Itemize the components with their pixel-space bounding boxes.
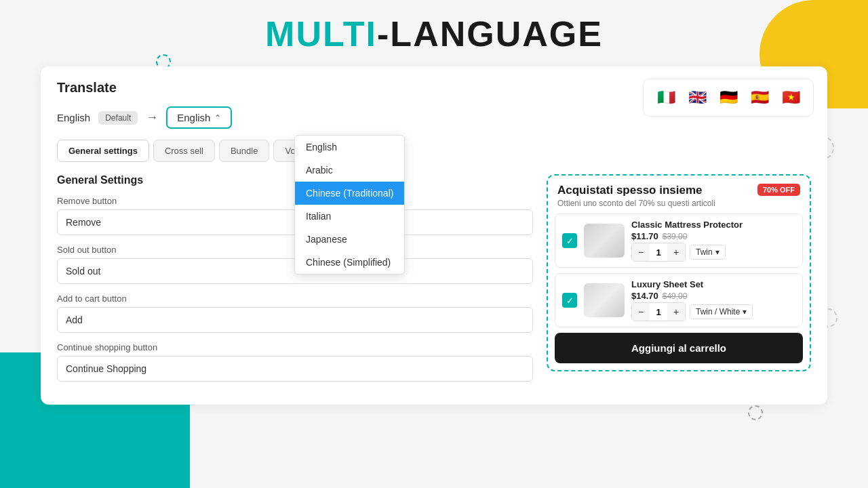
widget-header-text: Acquistati spesso insieme Ottieni uno sc… bbox=[557, 184, 715, 208]
add-to-cart-label: Add to cart button bbox=[57, 293, 533, 304]
selected-language-label: English bbox=[177, 112, 210, 123]
dropdown-item-chinese-traditional[interactable]: Chinese (Traditional) bbox=[295, 182, 404, 205]
main-content: General Settings Remove button Sold out … bbox=[57, 174, 811, 391]
tab-general-settings[interactable]: General settings bbox=[57, 140, 149, 162]
tab-cross-sell[interactable]: Cross sell bbox=[153, 140, 215, 162]
add-to-cart-field: Add to cart button bbox=[57, 293, 533, 333]
quantity-increase-1[interactable]: + bbox=[667, 243, 685, 261]
product-list: ✓ Classic Mattress Protector $11.70 $39.… bbox=[548, 214, 810, 327]
variant-chevron-icon: ▾ bbox=[715, 247, 719, 257]
chevron-down-icon: ⌃ bbox=[214, 113, 221, 123]
quantity-control-2: − 1 + bbox=[631, 302, 686, 321]
widget-header: Acquistati spesso insieme Ottieni uno sc… bbox=[548, 176, 810, 214]
default-badge: Default bbox=[98, 111, 138, 125]
product-info-1: Classic Mattress Protector $11.70 $39.00… bbox=[631, 220, 795, 262]
tabs-row: General settings Cross sell Bundle Volum… bbox=[57, 140, 811, 162]
translate-card: Translate 🇮🇹 🇬🇧 🇩🇪 🇪🇸 🇻🇳 English Default… bbox=[41, 66, 827, 405]
dropdown-item-chinese-simplified[interactable]: Chinese (Simplified) bbox=[295, 251, 404, 274]
quantity-increase-2[interactable]: + bbox=[667, 303, 685, 321]
product-item: ✓ Luxury Sheet Set $14.70 $49.00 bbox=[555, 273, 803, 327]
product-price-old-1: $39.00 bbox=[663, 232, 688, 241]
product-price-row-2: $14.70 $49.00 bbox=[631, 291, 795, 301]
tab-bundle[interactable]: Bundle bbox=[219, 140, 269, 162]
product-info-2: Luxury Sheet Set $14.70 $49.00 − 1 bbox=[631, 279, 795, 321]
product-controls-1: − 1 + Twin ▾ bbox=[631, 243, 795, 262]
product-price-current-1: $11.70 bbox=[631, 231, 658, 241]
language-dropdown: English Arabic Chinese (Traditional) Ita… bbox=[294, 135, 405, 274]
product-image-1 bbox=[584, 224, 625, 258]
product-image-2 bbox=[584, 283, 625, 317]
dropdown-item-arabic[interactable]: Arabic bbox=[295, 159, 404, 182]
dropdown-item-japanese[interactable]: Japanese bbox=[295, 228, 404, 251]
source-language-label: English bbox=[57, 112, 90, 123]
quantity-control-1: − 1 + bbox=[631, 243, 686, 262]
widget-column: Acquistati spesso insieme Ottieni uno sc… bbox=[547, 174, 811, 371]
quantity-decrease-1[interactable]: − bbox=[632, 243, 650, 261]
continue-shopping-input[interactable] bbox=[57, 356, 533, 382]
variant-select-1[interactable]: Twin ▾ bbox=[690, 245, 726, 260]
add-to-cart-button[interactable]: Aggiungi al carrello bbox=[555, 333, 803, 363]
product-item: ✓ Classic Mattress Protector $11.70 $39.… bbox=[555, 214, 803, 268]
quantity-decrease-2[interactable]: − bbox=[632, 303, 650, 321]
product-name-2: Luxury Sheet Set bbox=[631, 279, 795, 289]
widget-title: Acquistati spesso insieme bbox=[557, 184, 715, 197]
product-name-1: Classic Mattress Protector bbox=[631, 220, 795, 230]
arrow-icon: → bbox=[146, 110, 158, 125]
product-widget: Acquistati spesso insieme Ottieni uno sc… bbox=[547, 174, 811, 371]
product-price-row-1: $11.70 $39.00 bbox=[631, 231, 795, 241]
continue-shopping-field: Continue shopping button bbox=[57, 342, 533, 382]
dropdown-item-english[interactable]: English bbox=[295, 136, 404, 159]
product-checkbox-1[interactable]: ✓ bbox=[562, 233, 577, 248]
product-price-current-2: $14.70 bbox=[631, 291, 658, 301]
continue-shopping-label: Continue shopping button bbox=[57, 342, 533, 352]
variant-chevron-icon: ▾ bbox=[743, 307, 747, 317]
page-title: MULTI-LANGUAGE bbox=[41, 14, 827, 54]
language-bar: English Default → English ⌃ English Arab… bbox=[57, 106, 811, 129]
dropdown-item-italian[interactable]: Italian bbox=[295, 205, 404, 228]
quantity-value-2: 1 bbox=[650, 307, 667, 317]
discount-badge: 70% OFF bbox=[757, 184, 800, 196]
variant-select-2[interactable]: Twin / White ▾ bbox=[690, 304, 753, 319]
product-price-old-2: $49.00 bbox=[663, 291, 688, 301]
product-checkbox-2[interactable]: ✓ bbox=[562, 293, 577, 308]
quantity-value-1: 1 bbox=[650, 247, 667, 258]
language-select-button[interactable]: English ⌃ bbox=[166, 106, 232, 129]
add-to-cart-input[interactable] bbox=[57, 307, 533, 333]
product-controls-2: − 1 + Twin / White ▾ bbox=[631, 302, 795, 321]
widget-subtitle: Ottieni uno sconto del 70% su questi art… bbox=[557, 199, 715, 208]
